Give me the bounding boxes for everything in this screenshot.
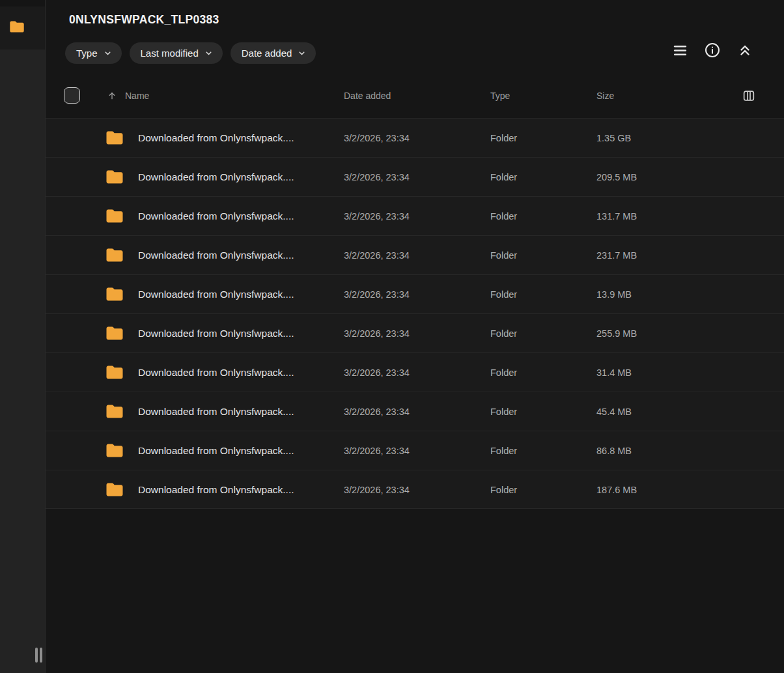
- table-row[interactable]: Downloaded from Onlynsfwpack.... 3/2/202…: [46, 313, 784, 352]
- info-icon: [704, 42, 721, 59]
- file-date-added: 3/2/2026, 23:34: [344, 275, 410, 314]
- folder-icon: [105, 169, 124, 187]
- file-name: Downloaded from Onlynsfwpack....: [138, 197, 294, 236]
- file-name: Downloaded from Onlynsfwpack....: [138, 431, 294, 470]
- folder-icon: [105, 287, 124, 304]
- file-date-added: 3/2/2026, 23:34: [344, 158, 410, 197]
- file-name: Downloaded from Onlynsfwpack....: [138, 314, 294, 353]
- table-row[interactable]: Downloaded from Onlynsfwpack.... 3/2/202…: [46, 352, 784, 392]
- filter-date-added-label: Date added: [242, 48, 292, 59]
- table-row[interactable]: Downloaded from Onlynsfwpack.... 3/2/202…: [46, 274, 784, 313]
- file-size: 31.4 MB: [596, 353, 632, 392]
- filter-last-modified-button[interactable]: Last modified: [130, 42, 223, 64]
- chevrons-up-icon: [737, 42, 753, 58]
- table-row[interactable]: Downloaded from Onlynsfwpack.... 3/2/202…: [46, 118, 784, 157]
- file-size: 187.6 MB: [596, 470, 637, 509]
- folder-icon: [105, 482, 124, 500]
- file-date-added: 3/2/2026, 23:34: [344, 431, 410, 470]
- sidebar: [0, 0, 46, 673]
- table-row[interactable]: Downloaded from Onlynsfwpack.... 3/2/202…: [46, 157, 784, 196]
- file-date-added: 3/2/2026, 23:34: [344, 314, 410, 353]
- file-size: 13.9 MB: [596, 275, 632, 314]
- file-name: Downloaded from Onlynsfwpack....: [138, 470, 294, 509]
- sidebar-resize-handle[interactable]: [34, 646, 44, 664]
- file-type: Folder: [490, 392, 517, 431]
- table-row[interactable]: Downloaded from Onlynsfwpack.... 3/2/202…: [46, 392, 784, 431]
- arrow-up-icon: [107, 91, 117, 101]
- chevron-down-icon: [298, 49, 306, 57]
- column-header-size[interactable]: Size: [596, 81, 614, 111]
- file-name: Downloaded from Onlynsfwpack....: [138, 236, 294, 275]
- main-panel: 0NLYNSFWPACK_TLP0383 Type Last modified …: [46, 0, 784, 673]
- file-size: 45.4 MB: [596, 392, 632, 431]
- file-type: Folder: [490, 197, 517, 236]
- columns-icon: [742, 89, 756, 103]
- file-list: Downloaded from Onlynsfwpack.... 3/2/202…: [46, 118, 784, 509]
- file-type: Folder: [490, 470, 517, 509]
- chevron-down-icon: [204, 49, 213, 57]
- folder-icon: [105, 443, 124, 461]
- filter-type-label: Type: [76, 48, 98, 59]
- file-date-added: 3/2/2026, 23:34: [344, 197, 410, 236]
- file-size: 231.7 MB: [596, 236, 637, 275]
- file-size: 209.5 MB: [596, 158, 637, 197]
- list-view-button[interactable]: [671, 41, 689, 59]
- file-name: Downloaded from Onlynsfwpack....: [138, 392, 294, 431]
- filter-last-modified-label: Last modified: [141, 48, 199, 59]
- column-label-name: Name: [125, 91, 149, 101]
- file-size: 131.7 MB: [596, 197, 637, 236]
- file-date-added: 3/2/2026, 23:34: [344, 119, 410, 158]
- file-type: Folder: [490, 236, 517, 275]
- file-type: Folder: [490, 119, 517, 158]
- chevron-down-icon: [104, 49, 112, 57]
- filter-date-added-button[interactable]: Date added: [231, 42, 316, 64]
- file-date-added: 3/2/2026, 23:34: [344, 353, 410, 392]
- table-row[interactable]: Downloaded from Onlynsfwpack.... 3/2/202…: [46, 431, 784, 470]
- folder-icon: [105, 326, 124, 343]
- page-title: 0NLYNSFWPACK_TLP0383: [69, 13, 219, 27]
- select-all-checkbox[interactable]: [64, 87, 80, 104]
- folder-icon: [105, 208, 124, 226]
- file-size: 255.9 MB: [596, 314, 637, 353]
- file-name: Downloaded from Onlynsfwpack....: [138, 158, 294, 197]
- columns-settings-button[interactable]: [740, 87, 758, 105]
- folder-icon: [105, 248, 124, 265]
- file-type: Folder: [490, 158, 517, 197]
- info-button[interactable]: [703, 41, 721, 59]
- filter-bar: Type Last modified Date added: [65, 42, 316, 64]
- file-type: Folder: [490, 275, 517, 314]
- file-type: Folder: [490, 314, 517, 353]
- column-header-type[interactable]: Type: [490, 81, 510, 111]
- sidebar-item-current-folder[interactable]: [0, 7, 45, 50]
- folder-icon: [105, 365, 124, 382]
- file-type: Folder: [490, 431, 517, 470]
- toolbar-actions: [671, 41, 754, 59]
- folder-icon: [105, 130, 124, 148]
- folder-icon: [9, 20, 25, 36]
- table-row[interactable]: Downloaded from Onlynsfwpack.... 3/2/202…: [46, 196, 784, 235]
- rows-icon: [671, 42, 689, 59]
- file-size: 1.35 GB: [596, 119, 631, 158]
- file-type: Folder: [490, 353, 517, 392]
- file-date-added: 3/2/2026, 23:34: [344, 470, 410, 509]
- table-row[interactable]: Downloaded from Onlynsfwpack.... 3/2/202…: [46, 235, 784, 274]
- file-date-added: 3/2/2026, 23:34: [344, 236, 410, 275]
- file-manager-window: 0NLYNSFWPACK_TLP0383 Type Last modified …: [0, 0, 784, 673]
- sidebar-top-strip: [0, 0, 45, 7]
- filter-type-button[interactable]: Type: [65, 42, 122, 64]
- file-size: 86.8 MB: [596, 431, 632, 470]
- table-row[interactable]: Downloaded from Onlynsfwpack.... 3/2/202…: [46, 470, 784, 509]
- file-name: Downloaded from Onlynsfwpack....: [138, 353, 294, 392]
- folder-icon: [105, 404, 124, 422]
- file-date-added: 3/2/2026, 23:34: [344, 392, 410, 431]
- table-header: Name Date added Type Size: [46, 81, 784, 111]
- collapse-button[interactable]: [736, 41, 754, 59]
- file-name: Downloaded from Onlynsfwpack....: [138, 119, 294, 158]
- file-name: Downloaded from Onlynsfwpack....: [138, 275, 294, 314]
- column-header-name[interactable]: Name: [107, 81, 149, 111]
- column-header-date-added[interactable]: Date added: [344, 81, 391, 111]
